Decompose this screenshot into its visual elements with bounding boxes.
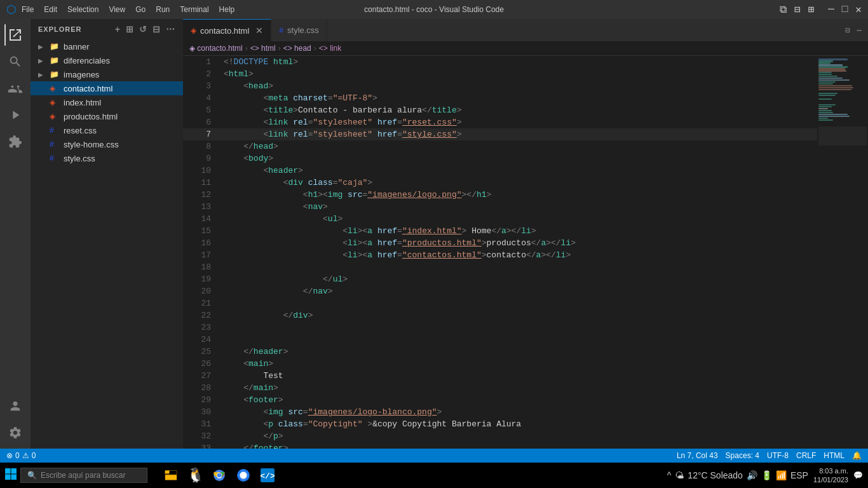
minimize-button[interactable]: ─ (828, 4, 834, 15)
sidebar-item-label: banner (64, 42, 89, 51)
sidebar-item-style-home[interactable]: # style-home.css (31, 137, 183, 151)
line-number: 2 (188, 69, 211, 79)
breadcrumb-head[interactable]: <> head (283, 44, 311, 53)
status-encoding[interactable]: UTF-8 (767, 451, 789, 460)
tab-style[interactable]: # style.css (271, 19, 327, 41)
menu-selection[interactable]: Selection (67, 5, 98, 14)
tray-up-icon[interactable]: ^ (667, 470, 672, 480)
line-number: 27 (188, 371, 211, 381)
sidebar-item-index[interactable]: ◈ index.html (31, 95, 183, 109)
line-number: 29 (188, 395, 211, 405)
code-content: </head> (224, 142, 278, 151)
maximize-button[interactable]: □ (842, 4, 848, 15)
taskbar-explorer-icon[interactable] (161, 466, 180, 485)
new-file-icon[interactable]: + (115, 24, 121, 34)
menu-view[interactable]: View (109, 5, 125, 14)
code-line-26: 26 <main> (183, 358, 817, 370)
taskbar-chrome-icon[interactable] (210, 466, 229, 485)
grid-icon[interactable]: ⊞ (808, 3, 815, 16)
tab-contacto[interactable]: ◈ contacto.html ✕ (183, 19, 271, 41)
notification-icon[interactable]: 💬 (853, 471, 863, 480)
sidebar-item-imagenes[interactable]: ▶ 📁 imagenes (31, 67, 183, 81)
breadcrumb-link[interactable]: <> link (319, 44, 341, 53)
sidebar-item-diferenciales[interactable]: ▶ 📁 diferenciales (31, 53, 183, 67)
sidebar-item-label: diferenciales (64, 56, 110, 65)
menu-edit[interactable]: Edit (44, 5, 57, 14)
status-spaces[interactable]: Spaces: 4 (726, 451, 759, 460)
taskbar-search[interactable]: 🔍 Escribe aquí para buscar (20, 468, 147, 483)
taskbar-penguin-icon[interactable]: 🐧 (186, 466, 205, 485)
code-line-19: 19 </ul> (183, 273, 817, 285)
windows-start-button[interactable] (5, 468, 17, 483)
arrow-icon: ▶ (38, 43, 46, 50)
activity-explorer[interactable] (4, 24, 26, 46)
code-line-25: 25 </header> (183, 346, 817, 358)
svg-point-6 (217, 473, 222, 478)
more-actions-icon[interactable]: ⋯ (857, 25, 862, 36)
speaker-icon[interactable]: 🔊 (747, 470, 757, 480)
search-placeholder: Escribe aquí para buscar (41, 471, 125, 480)
split-icon[interactable]: ⊟ (794, 3, 801, 16)
activity-source-control[interactable] (4, 78, 26, 99)
code-line-4: 4 <meta charset="=UTF-8"> (183, 92, 817, 104)
activity-account[interactable] (4, 395, 26, 417)
taskbar-right: ^ 🌤 12°C Soleado 🔊 🔋 📶 ESP 8:03 a.m. 11/… (667, 466, 863, 485)
status-errors[interactable]: ⊗ 0 ⚠ 0 (6, 451, 36, 460)
code-content: <nav> (224, 202, 328, 212)
activity-extensions[interactable] (4, 131, 26, 152)
taskbar-chrome2-icon[interactable] (234, 466, 253, 485)
status-bar: ⊗ 0 ⚠ 0 Ln 7, Col 43 Spaces: 4 UTF-8 CRL… (0, 449, 868, 463)
layout-icon[interactable]: ⧉ (780, 4, 787, 16)
sidebar-item-banner[interactable]: ▶ 📁 banner (31, 39, 183, 53)
folder-icon: 📁 (50, 42, 60, 51)
tab-close-icon[interactable]: ✕ (255, 25, 263, 36)
code-content: <div class="caja"> (224, 178, 372, 187)
status-bell-icon[interactable]: 🔔 (852, 451, 862, 460)
more-icon[interactable]: ⋯ (166, 24, 175, 34)
activity-run[interactable] (4, 104, 26, 126)
time-display: 8:03 a.m. (819, 466, 848, 475)
code-line-33: 33 </footer> (183, 442, 817, 449)
status-bar-right: Ln 7, Col 43 Spaces: 4 UTF-8 CRLF HTML 🔔 (677, 451, 862, 460)
line-number: 11 (188, 178, 211, 187)
collapse-icon[interactable]: ⊟ (153, 24, 161, 34)
status-position[interactable]: Ln 7, Col 43 (677, 451, 718, 460)
new-folder-icon[interactable]: ⊞ (126, 24, 134, 34)
line-number: 15 (188, 226, 211, 236)
sidebar-item-label: style-home.css (64, 140, 119, 149)
menu-file[interactable]: File (22, 5, 34, 14)
wifi-icon[interactable]: 📶 (776, 470, 787, 480)
close-button[interactable]: ✕ (855, 3, 862, 16)
sidebar-item-contacto[interactable]: ◈ contacto.html (31, 81, 183, 95)
menu-help[interactable]: Help (219, 5, 235, 14)
taskbar-clock[interactable]: 8:03 a.m. 11/01/2023 (813, 466, 848, 485)
tab-label: style.css (287, 25, 319, 35)
battery-icon[interactable]: 🔋 (761, 470, 772, 480)
line-number: 12 (188, 190, 211, 200)
split-editor-icon[interactable]: ⊟ (845, 25, 850, 36)
error-count: 0 (15, 451, 20, 460)
menu-terminal[interactable]: Terminal (180, 5, 208, 14)
activity-search[interactable] (4, 51, 26, 72)
refresh-icon[interactable]: ↺ (139, 24, 147, 34)
sidebar-tree: ▶ 📁 banner ▶ 📁 diferenciales ▶ 📁 imagene… (31, 39, 183, 449)
sidebar-item-reset[interactable]: # reset.css (31, 123, 183, 137)
breadcrumb-file[interactable]: ◈ contacto.html (189, 44, 243, 53)
activity-settings[interactable] (4, 422, 26, 444)
language-icon[interactable]: ESP (790, 470, 808, 480)
sidebar-item-productos[interactable]: ◈ productos.html (31, 109, 183, 123)
menu-go[interactable]: Go (135, 5, 146, 14)
sidebar-item-style[interactable]: # style.css (31, 151, 183, 165)
code-content: <p class="Copytight" >&copy Copytight Ba… (224, 419, 521, 429)
taskbar-app-icons: 🐧 (161, 466, 277, 485)
breadcrumb-html[interactable]: <> html (250, 44, 276, 53)
sidebar-item-label: productos.html (64, 112, 118, 121)
status-line-ending[interactable]: CRLF (796, 451, 816, 460)
code-editor[interactable]: 1 <!DOCTYPE html> 2 <html> 3 <head> 4 (183, 56, 817, 449)
code-content: <!DOCTYPE html> (224, 57, 298, 67)
code-line-16: 16 <li><a href="productos.html">producto… (183, 237, 817, 249)
taskbar-vscode-icon[interactable]: </> (258, 466, 277, 485)
status-language[interactable]: HTML (824, 451, 844, 460)
code-line-13: 13 <nav> (183, 201, 817, 213)
menu-run[interactable]: Run (156, 5, 170, 14)
